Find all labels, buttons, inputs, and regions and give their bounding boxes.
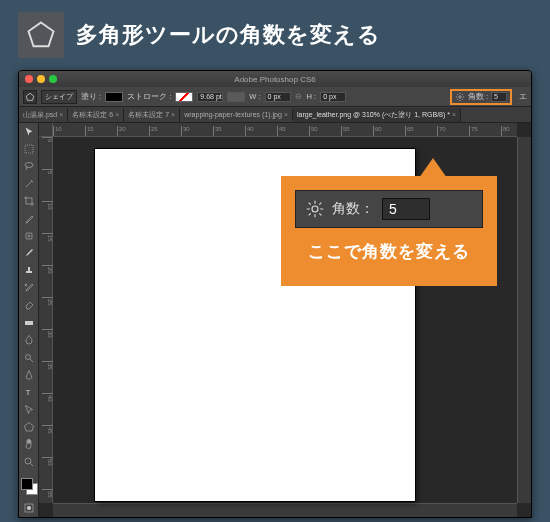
svg-text:T: T bbox=[26, 388, 31, 397]
scrollbar-vertical[interactable] bbox=[517, 137, 531, 503]
options-bar: シェイプ 塗り : ストローク : 9.68 pt W : 0 px ⊖ H :… bbox=[19, 87, 531, 107]
sides-label: 角数 : bbox=[468, 92, 488, 102]
close-icon: × bbox=[59, 111, 63, 118]
stamp-tool-icon[interactable] bbox=[20, 263, 38, 278]
stroke-swatch[interactable] bbox=[175, 92, 193, 102]
fill-label: 塗り : bbox=[81, 92, 101, 102]
callout-pointer-icon bbox=[419, 158, 447, 178]
callout-sides-field[interactable]: 5 bbox=[382, 198, 430, 220]
brush-tool-icon[interactable] bbox=[20, 246, 38, 261]
sides-option-highlight: 角数 : 5 bbox=[450, 89, 512, 105]
wand-tool-icon[interactable] bbox=[20, 176, 38, 191]
close-icon[interactable] bbox=[25, 75, 33, 83]
svg-rect-3 bbox=[25, 145, 33, 153]
crop-tool-icon[interactable] bbox=[20, 194, 38, 209]
height-field[interactable]: 0 px bbox=[320, 92, 346, 102]
tutorial-title: 多角形ツールの角数を変える bbox=[76, 20, 381, 50]
quick-mask-icon[interactable] bbox=[20, 501, 38, 516]
tab-document[interactable]: 山温泉.psd× bbox=[19, 108, 68, 122]
tab-document[interactable]: wrapping-paper-textures (1).jpg× bbox=[180, 109, 293, 120]
svg-point-13 bbox=[27, 506, 31, 510]
link-icon[interactable]: ⊖ bbox=[295, 92, 303, 102]
pen-tool-icon[interactable] bbox=[20, 367, 38, 382]
svg-point-11 bbox=[25, 458, 31, 464]
ruler-horizontal: 1015202530354045505560657075808590951001… bbox=[53, 123, 517, 137]
close-icon: × bbox=[452, 111, 456, 118]
zoom-icon[interactable] bbox=[49, 75, 57, 83]
stroke-width-field[interactable]: 9.68 pt bbox=[197, 92, 223, 102]
eyedropper-tool-icon[interactable] bbox=[20, 211, 38, 226]
sides-field[interactable]: 5 bbox=[491, 92, 507, 102]
svg-point-4 bbox=[25, 163, 33, 168]
height-label: H : bbox=[307, 92, 317, 101]
close-icon: × bbox=[171, 111, 175, 118]
svg-marker-0 bbox=[29, 23, 54, 47]
active-tool-icon[interactable] bbox=[23, 90, 37, 104]
type-tool-icon[interactable]: T bbox=[20, 385, 38, 400]
edge-label: エ bbox=[519, 92, 527, 102]
tab-document[interactable]: 名称未設定 7× bbox=[124, 108, 180, 122]
svg-point-8 bbox=[26, 354, 31, 359]
path-select-icon[interactable] bbox=[20, 402, 38, 417]
toolbox: T bbox=[19, 123, 39, 517]
blur-tool-icon[interactable] bbox=[20, 333, 38, 348]
ruler-corner bbox=[39, 123, 53, 137]
gear-icon[interactable] bbox=[455, 92, 465, 102]
window-title: Adobe Photoshop CS6 bbox=[234, 75, 315, 84]
ruler-vertical: 0510152025303540455055606570758085909510… bbox=[39, 137, 53, 503]
marquee-tool-icon[interactable] bbox=[20, 141, 38, 156]
shape-mode-dropdown[interactable]: シェイプ bbox=[41, 90, 77, 104]
tutorial-header: 多角形ツールの角数を変える bbox=[0, 0, 550, 68]
annotation-callout: 角数： 5 ここで角数を変える bbox=[281, 176, 497, 286]
move-tool-icon[interactable] bbox=[20, 124, 38, 139]
zoom-tool-icon[interactable] bbox=[20, 454, 38, 469]
dodge-tool-icon[interactable] bbox=[20, 350, 38, 365]
history-brush-icon[interactable] bbox=[20, 280, 38, 295]
window-titlebar: Adobe Photoshop CS6 bbox=[19, 71, 531, 87]
svg-point-2 bbox=[459, 95, 462, 98]
minimize-icon[interactable] bbox=[37, 75, 45, 83]
tab-document-active[interactable]: large_leather.png @ 310% (べた塗り 1, RGB/8)… bbox=[293, 108, 461, 122]
fill-swatch[interactable] bbox=[105, 92, 123, 102]
scrollbar-horizontal[interactable] bbox=[53, 503, 517, 517]
width-field[interactable]: 0 px bbox=[265, 92, 291, 102]
close-icon: × bbox=[115, 111, 119, 118]
callout-sides-label: 角数： bbox=[332, 200, 374, 218]
gear-icon[interactable] bbox=[306, 200, 324, 218]
svg-marker-1 bbox=[26, 93, 34, 100]
photoshop-window: Adobe Photoshop CS6 シェイプ 塗り : ストローク : 9.… bbox=[18, 70, 532, 518]
svg-point-6 bbox=[25, 284, 27, 286]
document-tabs: 山温泉.psd× 名称未設定 6× 名称未設定 7× wrapping-pape… bbox=[19, 107, 531, 123]
stroke-style-dropdown[interactable] bbox=[227, 92, 245, 102]
svg-rect-7 bbox=[25, 321, 33, 325]
tab-document[interactable]: 名称未設定 6× bbox=[68, 108, 124, 122]
callout-settings-box: 角数： 5 bbox=[295, 190, 483, 228]
svg-point-14 bbox=[312, 206, 318, 212]
color-swatches[interactable] bbox=[20, 477, 38, 496]
shape-tool-icon[interactable] bbox=[20, 419, 38, 434]
polygon-tool-icon bbox=[18, 12, 64, 58]
stroke-label: ストローク : bbox=[127, 92, 171, 102]
healing-tool-icon[interactable] bbox=[20, 228, 38, 243]
callout-caption: ここで角数を変える bbox=[295, 240, 483, 263]
gradient-tool-icon[interactable] bbox=[20, 315, 38, 330]
close-icon: × bbox=[284, 111, 288, 118]
svg-marker-10 bbox=[25, 423, 34, 432]
width-label: W : bbox=[249, 92, 260, 101]
eraser-tool-icon[interactable] bbox=[20, 298, 38, 313]
lasso-tool-icon[interactable] bbox=[20, 159, 38, 174]
hand-tool-icon[interactable] bbox=[20, 437, 38, 452]
